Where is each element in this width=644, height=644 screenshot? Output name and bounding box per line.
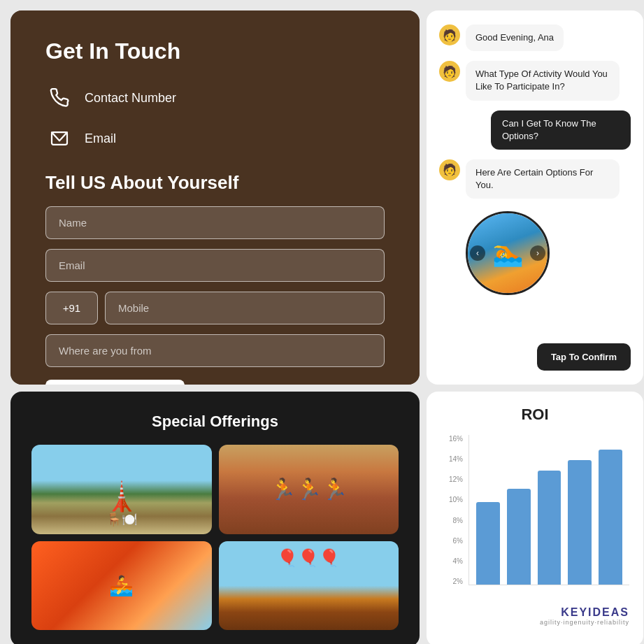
y-label-4: 4%: [453, 557, 463, 565]
offering-kayak: 🚣: [31, 541, 212, 631]
bar-3: [538, 471, 561, 585]
bar-1: [476, 502, 500, 585]
tap-to-confirm-button[interactable]: Tap To Confirm: [537, 343, 631, 371]
eiffel-image: 🗼 🪑🍽️: [31, 445, 212, 534]
y-label-14: 14%: [449, 455, 463, 463]
become-member-button[interactable]: Become A Member: [45, 380, 185, 385]
user-reply-row: Can I Get To Know The Options?: [439, 110, 631, 150]
get-in-touch-title: Get In Touch: [45, 38, 385, 64]
contact-number-item: Contact Number: [45, 84, 385, 112]
phone-icon: [45, 84, 73, 112]
contact-number-label: Contact Number: [85, 91, 176, 106]
y-label-6: 6%: [453, 537, 463, 545]
y-label-8: 8%: [453, 517, 463, 524]
bar-2: [507, 489, 531, 585]
email-icon: [45, 124, 73, 152]
offering-running: 🏃🏃🏃: [219, 445, 399, 534]
email-item: Email: [45, 124, 385, 152]
question-row: 🧑 What Type Of Activity Would You Like T…: [439, 61, 631, 100]
bar-4: [568, 460, 592, 585]
roi-chart: 16% 14% 12% 10% 8% 6% 4% 2%: [441, 435, 629, 599]
special-offerings-panel: Special Offerings 🗼 🪑🍽️ 🏃🏃🏃 🚣 🎈🎈🎈: [10, 392, 420, 644]
bot-avatar-2: 🧑: [439, 61, 460, 82]
carousel-container: 🏊 ‹ ›: [439, 211, 631, 295]
brand-tagline: agility·ingenuity·reliability: [441, 619, 629, 626]
offering-balloon: 🎈🎈🎈: [219, 541, 399, 631]
balloon-image: 🎈🎈🎈: [219, 541, 399, 631]
phone-row: [45, 292, 385, 324]
mobile-input[interactable]: [105, 292, 385, 324]
bars-container: [468, 435, 629, 585]
chat-panel: 🧑 Good Evening, Ana 🧑 What Type Of Activ…: [427, 10, 643, 385]
roi-panel: ROI 16% 14% 12% 10% 8% 6% 4% 2% KEYIDEAS…: [427, 392, 643, 644]
greeting-row: 🧑 Good Evening, Ana: [439, 24, 631, 51]
kayak-image: 🚣: [31, 541, 212, 631]
user-reply-bubble: Can I Get To Know The Options?: [491, 110, 631, 150]
y-label-2: 2%: [453, 578, 463, 585]
roi-title: ROI: [441, 406, 629, 424]
options-row: 🧑 Here Are Certain Options For You.: [439, 159, 631, 199]
tell-us-title: Tell US About Yourself: [45, 172, 385, 194]
activity-carousel: 🏊 ‹ ›: [466, 211, 550, 295]
email-label: Email: [85, 131, 116, 146]
bar-5: [599, 450, 622, 585]
y-label-16: 16%: [449, 435, 463, 443]
phone-code-input[interactable]: [45, 292, 98, 324]
running-image: 🏃🏃🏃: [219, 445, 399, 534]
greeting-bubble: Good Evening, Ana: [466, 24, 564, 51]
offerings-grid: 🗼 🪑🍽️ 🏃🏃🏃 🚣 🎈🎈🎈: [31, 445, 399, 630]
special-offerings-title: Special Offerings: [31, 413, 399, 431]
y-label-12: 12%: [449, 475, 463, 483]
email-input[interactable]: [45, 249, 385, 282]
brand-footer: KEYIDEAS agility·ingenuity·reliability: [441, 606, 629, 626]
y-axis: 16% 14% 12% 10% 8% 6% 4% 2%: [441, 435, 466, 585]
bot-avatar-1: 🧑: [439, 24, 460, 45]
y-label-10: 10%: [449, 496, 463, 503]
options-bubble: Here Are Certain Options For You.: [466, 159, 620, 199]
get-in-touch-panel: Get In Touch Contact Number Email Tell U…: [10, 10, 420, 385]
bot-avatar-3: 🧑: [439, 159, 460, 180]
question-bubble: What Type Of Activity Would You Like To …: [466, 61, 620, 100]
offering-eiffel: 🗼 🪑🍽️: [31, 445, 212, 534]
location-input[interactable]: [45, 334, 385, 367]
name-input[interactable]: [45, 206, 385, 239]
brand-name: KEYIDEAS: [441, 606, 629, 619]
